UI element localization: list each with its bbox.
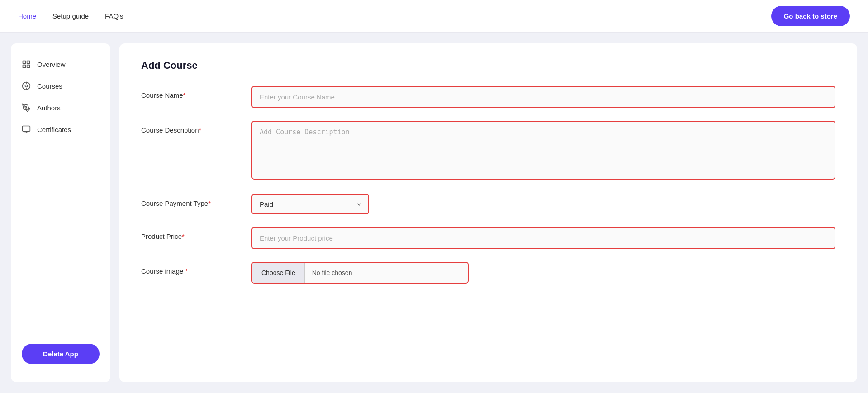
sidebar-certificates-label: Certificates <box>37 126 71 133</box>
form-row-course-image: Course image * Choose File No file chose… <box>141 262 835 284</box>
content-area: Add Course Course Name* Course Descripti… <box>119 43 857 382</box>
file-no-chosen-label: No file chosen <box>305 263 360 283</box>
file-input-wrapper: Choose File No file chosen <box>251 262 469 284</box>
sidebar-courses-label: Courses <box>37 82 62 90</box>
svg-rect-2 <box>27 65 30 68</box>
product-price-input[interactable] <box>251 227 835 249</box>
payment-type-field: Paid Free <box>251 194 835 214</box>
delete-app-button[interactable]: Delete App <box>22 344 100 364</box>
courses-icon <box>22 81 31 90</box>
main-layout: Overview Courses <box>0 33 868 393</box>
page-title: Add Course <box>141 60 835 71</box>
course-description-input[interactable] <box>251 121 835 180</box>
top-nav: Home Setup guide FAQ's <box>18 12 123 20</box>
form-row-product-price: Product Price* <box>141 227 835 249</box>
svg-rect-1 <box>27 61 30 64</box>
svg-point-5 <box>25 85 28 87</box>
course-name-label: Course Name* <box>141 86 241 99</box>
course-image-field: Choose File No file chosen <box>251 262 835 284</box>
nav-setup-guide[interactable]: Setup guide <box>52 12 89 20</box>
form-row-course-name: Course Name* <box>141 86 835 108</box>
product-price-label: Product Price* <box>141 227 241 240</box>
course-description-label: Course Description* <box>141 121 241 134</box>
form-row-course-description: Course Description* <box>141 121 835 181</box>
header: Home Setup guide FAQ's Go back to store <box>0 0 868 33</box>
svg-rect-9 <box>23 126 30 132</box>
sidebar-bottom: Delete App <box>11 336 110 371</box>
go-back-button[interactable]: Go back to store <box>771 6 850 26</box>
overview-icon <box>22 60 31 69</box>
certificates-icon <box>22 125 31 134</box>
authors-icon <box>22 103 31 112</box>
sidebar-overview-label: Overview <box>37 61 66 68</box>
choose-file-button[interactable]: Choose File <box>252 263 305 283</box>
sidebar-item-authors[interactable]: Authors <box>11 98 110 118</box>
course-name-input[interactable] <box>251 86 835 108</box>
payment-type-label: Course Payment Type* <box>141 194 241 207</box>
nav-faqs[interactable]: FAQ's <box>105 12 123 20</box>
payment-type-select[interactable]: Paid Free <box>251 194 369 214</box>
svg-point-8 <box>25 107 27 108</box>
sidebar-item-overview[interactable]: Overview <box>11 54 110 74</box>
course-image-label: Course image * <box>141 262 241 275</box>
nav-home[interactable]: Home <box>18 12 36 20</box>
course-name-field <box>251 86 835 108</box>
svg-rect-0 <box>23 61 26 64</box>
sidebar-item-certificates[interactable]: Certificates <box>11 119 110 139</box>
sidebar-menu: Overview Courses <box>11 54 110 139</box>
course-description-field <box>251 121 835 181</box>
svg-rect-3 <box>23 65 26 68</box>
sidebar: Overview Courses <box>11 43 110 382</box>
sidebar-item-courses[interactable]: Courses <box>11 76 110 96</box>
form-row-payment-type: Course Payment Type* Paid Free <box>141 194 835 214</box>
product-price-field <box>251 227 835 249</box>
sidebar-authors-label: Authors <box>37 104 61 112</box>
